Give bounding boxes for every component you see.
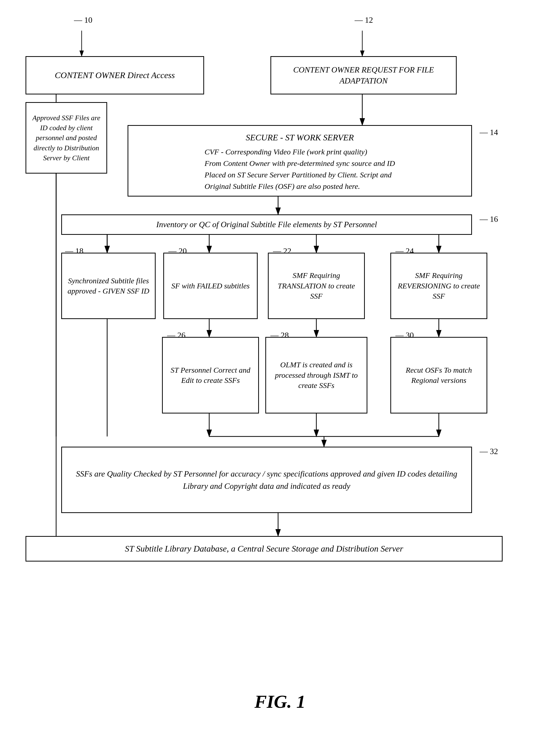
ref-14: — 14 <box>480 128 498 137</box>
ref-10: — 10 <box>74 15 92 25</box>
node-34: ST Subtitle Library Database, a Central … <box>26 536 503 562</box>
ref-32: — 32 <box>480 447 498 456</box>
node-30: Recut OSFs To match Regional versions <box>390 337 487 413</box>
node-24: SMF Requiring REVERSIONING to create SSF <box>390 253 487 319</box>
diagram-container: — 10 CONTENT OWNER Direct Access — 12 CO… <box>0 0 560 743</box>
ref-12: — 12 <box>355 15 373 25</box>
figure-caption: FIG. 1 <box>229 691 331 712</box>
node-28: OLMT is created and is processed through… <box>265 337 367 413</box>
ref-16: — 16 <box>480 214 498 224</box>
node-26: ST Personnel Correct and Edit to create … <box>162 337 259 413</box>
node-18: Synchronized Subtitle files approved - G… <box>61 253 156 319</box>
node-20: SF with FAILED subtitles <box>163 253 258 319</box>
node-16: Inventory or QC of Original Subtitle Fil… <box>61 214 472 235</box>
node-10: CONTENT OWNER Direct Access <box>26 56 204 94</box>
node-12: CONTENT OWNER REQUEST FOR FILE ADAPTATIO… <box>271 56 457 94</box>
node-14: SECURE - ST WORK SERVER CVF - Correspond… <box>128 125 472 196</box>
node-10-note: Approved SSF Files are ID coded by clien… <box>26 102 107 174</box>
node-22: SMF Requiring TRANSLATION to create SSF <box>268 253 365 319</box>
node-32: SSFs are Quality Checked by ST Personnel… <box>61 447 472 513</box>
